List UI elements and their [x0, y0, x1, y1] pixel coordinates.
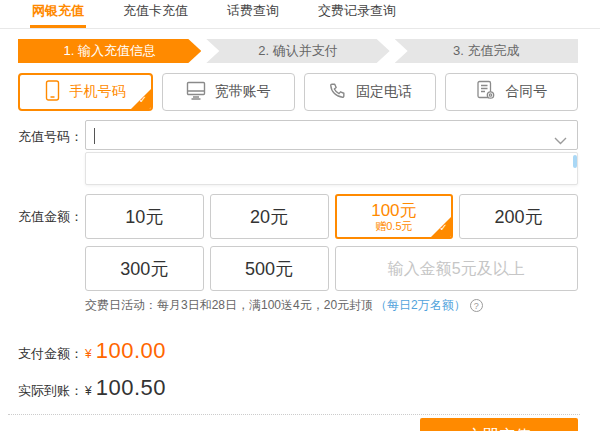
step-indicator: 1. 输入充值信息 2. 确认并支付 3. 充值完成: [18, 39, 578, 63]
currency-symbol: ¥: [85, 347, 92, 361]
amount-label: 500元: [245, 257, 293, 281]
payment-amount-value: 100.00: [96, 338, 166, 364]
currency-symbol: ¥: [85, 384, 92, 398]
recharge-amount-row: 充值金额： 10元 20元 100元 赠0.5元 ✓ 200元 300元: [18, 194, 578, 314]
promo-note: 交费日活动：每月3日和28日，满100送4元，20元封顶 （每日2万名额） ?: [85, 297, 578, 314]
promo-note-text: 交费日活动：每月3日和28日，满100送4元，20元封顶: [85, 297, 373, 314]
smartphone-icon: [45, 80, 60, 105]
recharge-number-row: 充值号码：: [18, 120, 578, 185]
dropdown-scrollbar[interactable]: [573, 155, 577, 168]
recharge-amount-label: 充值金额：: [18, 194, 85, 314]
dotted-divider: [8, 414, 580, 415]
type-contract-number-button[interactable]: 合同号: [445, 73, 578, 111]
monitor-icon: [186, 81, 206, 104]
step-1-enter-info: 1. 输入充值信息: [18, 39, 201, 63]
payment-amount-row: 支付金额： ¥ 100.00: [18, 338, 578, 364]
promo-quota-link[interactable]: （每日2万名额）: [375, 297, 466, 314]
actual-credit-value: 100.50: [96, 375, 166, 401]
type-label: 手机号码: [69, 83, 125, 101]
type-label: 宽带账号: [215, 83, 271, 101]
recharge-number-box: [85, 120, 578, 150]
type-broadband-button[interactable]: 宽带账号: [162, 73, 295, 111]
selected-check-icon: ✓: [431, 217, 451, 237]
contract-icon: [476, 80, 496, 104]
amount-100-button[interactable]: 100元 赠0.5元 ✓: [335, 194, 454, 239]
step-3-complete: 3. 充值完成: [395, 39, 578, 63]
payment-amount-label: 支付金额：: [18, 345, 85, 363]
text-caret: [94, 128, 95, 144]
amount-label: 100元: [371, 201, 416, 221]
amount-label: 20元: [250, 205, 288, 229]
type-label: 合同号: [505, 83, 547, 101]
actual-credit-row: 实际到账： ¥ 100.50: [18, 375, 578, 401]
phone-icon: [328, 81, 347, 104]
amount-10-button[interactable]: 10元: [85, 194, 204, 239]
recharge-page: 网银充值 充值卡充值 话费查询 交费记录查询 1. 输入充值信息 2. 确认并支…: [0, 0, 600, 431]
type-label: 固定电话: [356, 83, 412, 101]
type-fixed-line-button[interactable]: 固定电话: [304, 73, 437, 111]
top-tab-bar: 网银充值 充值卡充值 话费查询 交费记录查询: [0, 0, 600, 29]
step-2-confirm-pay: 2. 确认并支付: [206, 39, 389, 63]
chevron-down-icon[interactable]: [554, 131, 567, 149]
amount-200-button[interactable]: 200元: [459, 194, 578, 239]
selected-check-icon: ✓: [131, 89, 151, 109]
number-suggestion-dropdown[interactable]: [85, 152, 578, 185]
recharge-now-button[interactable]: 立即充值: [420, 418, 578, 431]
recharge-number-label: 充值号码：: [18, 120, 85, 185]
tab-bill-query[interactable]: 话费查询: [225, 0, 281, 28]
amount-label: 200元: [495, 205, 543, 229]
amount-label: 300元: [120, 257, 168, 281]
type-mobile-number-button[interactable]: 手机号码 ✓: [18, 73, 153, 111]
amount-options-grid: 10元 20元 100元 赠0.5元 ✓ 200元 300元 500元: [85, 194, 578, 291]
amount-500-button[interactable]: 500元: [210, 246, 329, 291]
amount-bonus-label: 赠0.5元: [375, 220, 412, 232]
custom-amount-input[interactable]: [335, 246, 579, 291]
amount-20-button[interactable]: 20元: [210, 194, 329, 239]
amount-label: 10元: [125, 205, 163, 229]
account-type-row: 手机号码 ✓ 宽带账号 固定电话: [18, 73, 578, 111]
tab-card-recharge[interactable]: 充值卡充值: [121, 0, 190, 28]
tab-online-bank-recharge[interactable]: 网银充值: [30, 0, 86, 28]
amount-300-button[interactable]: 300元: [85, 246, 204, 291]
tab-payment-record-query[interactable]: 交费记录查询: [316, 0, 398, 28]
recharge-number-input[interactable]: [86, 121, 577, 149]
help-icon[interactable]: ?: [470, 299, 483, 312]
actual-credit-label: 实际到账：: [18, 382, 85, 400]
